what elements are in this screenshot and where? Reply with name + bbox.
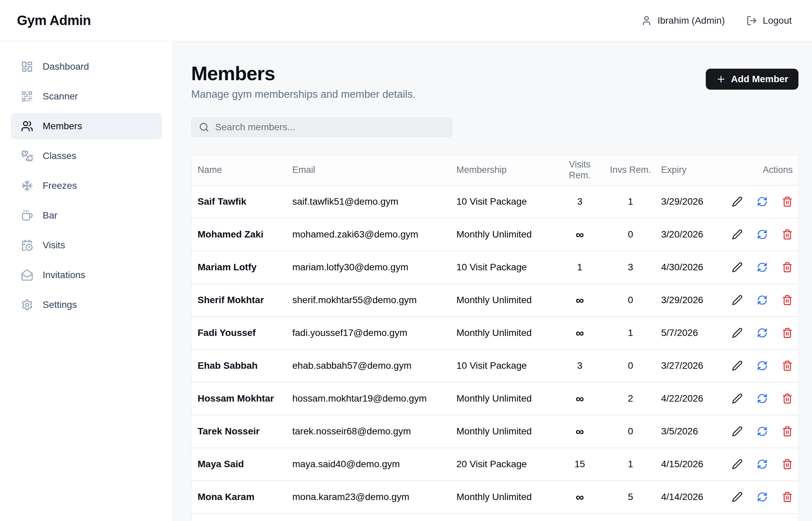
delete-member-button[interactable] [782,229,793,240]
trash-icon [782,262,793,273]
pencil-icon [732,360,743,371]
cell-visits-remaining: 3 [557,185,603,218]
refresh-icon [757,327,768,338]
cell-actions [718,284,798,317]
edit-member-button[interactable] [732,393,743,404]
edit-member-button[interactable] [732,360,743,371]
edit-member-button[interactable] [732,196,743,207]
cell-expiry: 3/27/2026 [658,349,718,382]
cell-membership: Monthly Unlimited [454,415,557,448]
sidebar-item-label: Settings [43,299,77,310]
qrcode-icon [21,90,33,103]
edit-member-button[interactable] [732,327,743,338]
delete-member-button[interactable] [782,327,793,338]
sidebar-item-dashboard[interactable]: Dashboard [11,53,162,80]
trash-icon [782,196,793,207]
refresh-icon [757,492,768,502]
cell-expiry: 3/29/2026 [658,284,718,317]
edit-member-button[interactable] [732,492,743,502]
cell-actions [718,382,798,415]
delete-member-button[interactable] [782,196,793,207]
delete-member-button[interactable] [782,492,793,502]
trash-icon [782,393,793,404]
sidebar-item-scanner[interactable]: Scanner [11,83,162,110]
sidebar-item-freezes[interactable]: Freezes [11,173,162,199]
cell-expiry: 3/29/2026 [658,185,718,218]
cell-actions [718,349,798,382]
refresh-icon [757,426,768,437]
cell-visits-remaining: ∞ [557,415,603,448]
refresh-icon [757,360,768,371]
brand-title: Gym Admin [17,13,91,28]
cell-name: Saif Tawfik [191,185,290,218]
delete-member-button[interactable] [782,459,793,470]
pencil-icon [732,393,743,404]
cell-email: saif.tawfik51@demo.gym [290,185,454,218]
renew-member-button[interactable] [757,229,768,240]
cell-membership: 10 Visit Package [454,185,557,218]
delete-member-button[interactable] [782,426,793,437]
cell-invitations-remaining: 2 [603,382,658,415]
renew-member-button[interactable] [757,295,768,305]
cell-actions [718,415,798,448]
logout-label: Logout [763,15,792,26]
cell-membership: Monthly Unlimited [454,284,557,317]
cell-invitations-remaining: 1 [603,448,658,481]
table-row: Hossam Mokhtarhossam.mokhtar19@demo.gymM… [191,382,798,415]
renew-member-button[interactable] [757,393,768,404]
main-content: Members Manage gym memberships and membe… [173,41,812,521]
delete-member-button[interactable] [782,295,793,305]
cell-expiry: 5/7/2026 [658,317,718,349]
logout-button[interactable]: Logout [746,15,792,26]
renew-member-button[interactable] [757,459,768,470]
search-input[interactable] [215,118,445,137]
sidebar-item-visits[interactable]: Visits [11,232,162,258]
cell-membership: 20 Visit Package [454,448,557,481]
edit-member-button[interactable] [732,229,743,240]
cell-expiry: 4/30/2026 [658,251,718,284]
delete-member-button[interactable] [782,360,793,371]
cell-invitations-remaining: 0 [603,349,658,382]
delete-member-button[interactable] [782,262,793,273]
renew-member-button[interactable] [757,492,768,502]
cell-expiry: 3/20/2026 [658,218,718,251]
renew-member-button[interactable] [757,196,768,207]
edit-member-button[interactable] [732,426,743,437]
col-header-expiry: Expiry [658,155,718,185]
cell-membership: Monthly Unlimited [454,382,557,415]
renew-member-button[interactable] [757,360,768,371]
header-right: Ibrahim (Admin) Logout [641,15,792,26]
delete-member-button[interactable] [782,393,793,404]
add-member-button[interactable]: Add Member [706,69,798,90]
cell-actions [718,448,798,481]
cell-name: Hossam Mokhtar [191,382,290,415]
cell-actions [718,317,798,349]
sidebar-item-invitations[interactable]: Invitations [11,262,162,288]
trash-icon [782,459,793,470]
members-table: Name Email Membership Visits Rem. Invs R… [191,155,798,521]
cell-email: tarek.nosseir68@demo.gym [290,415,454,448]
renew-member-button[interactable] [757,426,768,437]
refresh-icon [757,459,768,470]
cell-email: mona.karam23@demo.gym [290,481,454,514]
col-header-email: Email [290,155,454,185]
page-head: Members Manage gym memberships and membe… [191,63,798,100]
sidebar-item-settings[interactable]: Settings [11,292,162,318]
edit-member-button[interactable] [732,262,743,273]
sidebar-item-bar[interactable]: Bar [11,202,162,229]
edit-member-button[interactable] [732,459,743,470]
edit-member-button[interactable] [732,295,743,305]
trash-icon [782,229,793,240]
sidebar-item-members[interactable]: Members [11,113,162,139]
table-row: Sherif Mokhtarsherif.mokhtar55@demo.gymM… [191,284,798,317]
renew-member-button[interactable] [757,327,768,338]
refresh-icon [757,229,768,240]
sidebar-item-classes[interactable]: Classes [11,143,162,169]
cell-actions [718,251,798,284]
plus-icon [716,74,726,84]
add-member-label: Add Member [731,74,788,85]
gear-icon [21,299,33,311]
cell-expiry: 4/15/2026 [658,448,718,481]
renew-member-button[interactable] [757,262,768,273]
table-row: Mohamed Zakimohamed.zaki63@demo.gymMonth… [191,218,798,251]
